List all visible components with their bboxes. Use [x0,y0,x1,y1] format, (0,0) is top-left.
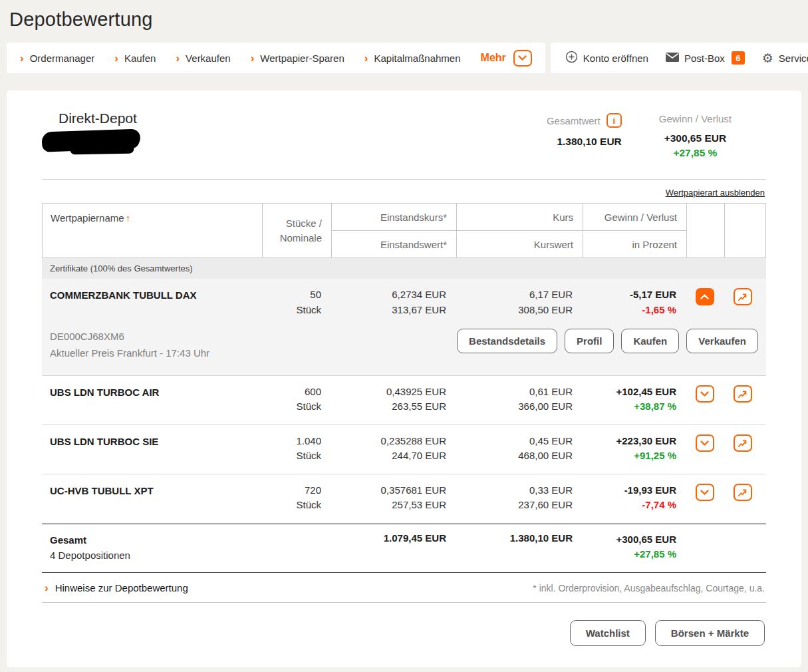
chevron-right-icon: › [114,53,118,64]
nav-item-label: Verkaufen [186,53,231,64]
table-row: UBS LDN TURBOC SIE 1.040 Stück 0,235288 … [42,425,766,474]
sort-ascending-icon[interactable]: ↑ [126,212,131,224]
depot-stats: Gesamtwert i 1.380,10 EUR Gewinn / Verlu… [547,113,766,159]
position-gewinn-verlust: -5,17 EUR -1,65 % [582,287,686,317]
bestandsdetails-button[interactable]: Bestandsdetails [457,329,557,353]
hints-row: › Hinweise zur Depotbewertung * inkl. Or… [42,573,766,603]
gewinn-verlust-value: +300,65 EUR [659,132,732,144]
chart-button[interactable] [734,434,752,452]
nav-item-wertpapier-sparen[interactable]: › Wertpapier-Sparen [251,53,344,64]
nav-item-kapitalmassnahmen[interactable]: › Kapitalmaßnahmen [364,53,461,64]
position-isin: DE000CJ68XM6 [50,329,209,345]
chart-cell [724,483,761,513]
chevron-right-icon: › [251,53,255,64]
position-quantity: 50 Stück [261,287,331,317]
total-positions-count: 4 Depotpositionen [50,548,261,563]
boersen-maerkte-button[interactable]: Börsen + Märkte [655,620,765,646]
nav-more-button[interactable]: Mehr [481,50,532,67]
info-icon[interactable]: i [606,113,622,128]
position-einstand: 6,2734 EUR 313,67 EUR [331,287,456,317]
watchlist-button[interactable]: Watchlist [570,620,646,646]
chevron-down-icon[interactable] [513,50,532,67]
position-gewinn-verlust: +223,30 EUR +91,25 % [582,434,686,464]
total-label: Gesamt [50,532,261,548]
depot-name: Direkt-Depot [59,110,140,126]
expand-cell [686,434,724,464]
nav-item-label: Ordermanager [30,53,95,64]
group-band-zertifikate: Zertifikate (100% des Gesamtwertes) [42,258,766,279]
footnote: * inkl. Orderprovision, Ausgabeaufschlag… [533,583,765,593]
total-einstandswert: 1.079,45 EUR [331,532,456,564]
nav-secondary: Konto eröffnen Post-Box 6 ⚙ Service [551,43,808,73]
nav-item-label: Post-Box [684,53,725,64]
verkaufen-button[interactable]: Verkaufen [686,329,758,353]
depot-header: Direkt-Depot Gesamtwert i 1.380,10 EUR G… [42,110,766,159]
nav-item-verkaufen[interactable]: › Verkaufen [176,53,230,64]
header-kurs-label: Kurs [457,204,583,231]
total-kurswert: 1.380,10 EUR [456,532,582,564]
table-header: Wertpapiername ↑ Stücke / Nominale Einst… [42,203,766,258]
nav-item-service[interactable]: ⚙ Service [762,52,808,65]
position-name: COMMERZBANK TUBULL DAX [42,287,261,317]
table-row: UBS LDN TURBOC AIR 600 Stück 0,43925 EUR… [42,376,766,425]
nav-item-kaufen[interactable]: › Kaufen [114,53,156,64]
gesamtwert-value: 1.380,10 EUR [547,136,622,148]
header-einstand: Einstandskurs* Einstandswert* [331,204,456,258]
envelope-icon [666,53,679,64]
hide-wertpapierart-link[interactable]: Wertpapierart ausblenden [666,188,765,198]
table-row: COMMERZBANK TUBULL DAX 50 Stück 6,2734 E… [42,279,766,327]
chevron-right-icon: › [20,53,24,64]
page-title: Depotbewertung [0,0,808,43]
expand-cell [686,385,724,415]
position-kurs: 0,61 EUR 366,00 EUR [456,385,582,415]
header-einstandswert: Einstandswert* [332,231,456,258]
position-row-expanded: COMMERZBANK TUBULL DAX 50 Stück 6,2734 E… [42,279,766,376]
header-expand-column [686,204,724,258]
chevron-right-icon: › [45,582,49,593]
header-chart-column [724,204,762,258]
nav-item-postbox[interactable]: Post-Box 6 [666,51,745,65]
header-stuecke-nominale: Stücke / Nominale [262,204,331,258]
chart-button[interactable] [734,484,752,501]
gewinn-verlust-label: Gewinn / Verlust [659,113,732,124]
position-price-info: Aktueller Preis Frankfurt - 17:43 Uhr [50,345,209,362]
position-einstand: 0,235288 EUR 244,70 EUR [331,434,456,464]
header-wertpapiername[interactable]: Wertpapiername ↑ [43,204,262,258]
position-name: UC-HVB TUBULL XPT [42,483,261,513]
chart-button[interactable] [734,385,752,403]
nav-item-label: Service [779,53,808,64]
gesamtwert-label: Gesamtwert [547,115,601,126]
table-toolbar: Wertpapierart ausblenden [42,180,766,203]
hinweise-link[interactable]: › Hinweise zur Depotbewertung [43,582,188,593]
position-actions: Bestandsdetails Profil Kaufen Verkaufen [457,329,758,353]
nav-item-label: Konto eröffnen [583,53,648,64]
nav-item-ordermanager[interactable]: › Ordermanager [20,53,94,64]
chart-button[interactable] [734,288,752,305]
header-gewinn-verlust: Gewinn / Verlust in Prozent [583,204,686,258]
gewinn-verlust-percent: +27,85 % [659,147,732,159]
profil-button[interactable]: Profil [565,329,614,353]
nav-item-label: Kaufen [124,53,156,64]
expand-row-button[interactable] [696,385,714,403]
kaufen-button[interactable]: Kaufen [621,329,679,353]
position-quantity: 600 Stück [261,385,331,415]
nav-item-konto-eroeffnen[interactable]: Konto eröffnen [565,51,648,65]
expand-row-button[interactable] [696,434,714,452]
expand-row-button[interactable] [696,484,714,501]
position-name: UBS LDN TURBOC AIR [42,385,261,415]
collapse-row-button[interactable] [696,288,714,305]
total-gewinn-verlust: +300,65 EUR +27,85 % [582,532,686,564]
footer-actions: Watchlist Börsen + Märkte [42,620,766,646]
total-qty-cell [261,532,331,564]
expand-cell [686,483,724,513]
position-gewinn-verlust: -19,93 EUR -7,74 % [582,483,686,513]
chart-cell [724,287,761,317]
total-label-cell: Gesamt 4 Depotpositionen [42,532,261,564]
hinweise-label: Hinweise zur Depotbewertung [55,582,188,593]
postbox-count-badge: 6 [732,51,745,65]
gear-icon: ⚙ [762,52,773,65]
depot-card: Direkt-Depot Gesamtwert i 1.380,10 EUR G… [7,90,801,667]
stat-gesamtwert: Gesamtwert i 1.380,10 EUR [547,113,622,159]
plus-circle-icon [565,51,578,65]
chart-cell [724,434,761,464]
